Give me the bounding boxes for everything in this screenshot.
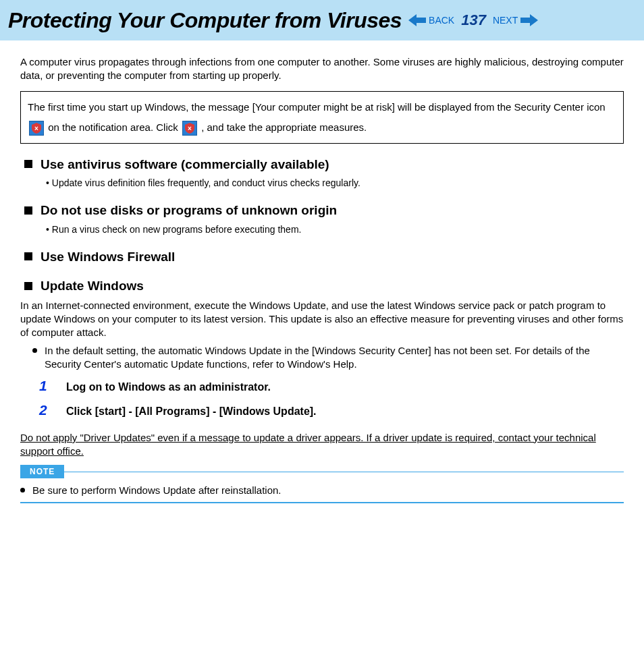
info-box: The first time you start up Windows, the…	[20, 91, 624, 144]
nav-group: BACK 137 NEXT	[408, 11, 538, 29]
section-heading-unknown-origin: Do not use disks or programs of unknown …	[24, 202, 624, 219]
note-header: NOTE	[20, 465, 624, 478]
security-shield-icon: ×	[182, 121, 197, 136]
note-divider	[64, 472, 624, 472]
antivirus-bullet: Update virus definition files frequently…	[46, 177, 624, 190]
next-arrow-icon[interactable]	[520, 14, 538, 26]
step-text: Click [start] - [All Programs] - [Window…	[66, 404, 317, 419]
note-end-divider	[20, 502, 624, 503]
square-bullet-icon	[24, 282, 32, 290]
back-button[interactable]: BACK	[429, 15, 454, 26]
note-badge: NOTE	[20, 465, 64, 478]
infobox-text-3: , and take the appropriate measures.	[201, 121, 367, 133]
step-1: 1 Log on to Windows as an administrator.	[39, 376, 624, 395]
intro-paragraph: A computer virus propagates through infe…	[20, 55, 624, 83]
heading-text: Use Windows Firewall	[41, 248, 175, 266]
content-area: A computer virus propagates through infe…	[0, 40, 644, 517]
square-bullet-icon	[24, 252, 32, 260]
note-body: Be sure to perform Windows Update after …	[20, 484, 624, 497]
square-bullet-icon	[24, 160, 32, 168]
infobox-text-2: on the notification area. Click	[48, 121, 181, 133]
section-heading-firewall: Use Windows Firewall	[24, 248, 624, 266]
heading-text: Update Windows	[41, 277, 144, 295]
page-title: Protecting Your Computer from Viruses	[8, 8, 402, 33]
update-windows-note: In the default setting, the automatic Wi…	[32, 344, 624, 372]
next-button[interactable]: NEXT	[493, 15, 518, 26]
section-heading-update-windows: Update Windows	[24, 277, 624, 295]
svg-marker-1	[520, 14, 538, 26]
unknown-origin-bullet: Run a virus check on new programs before…	[46, 223, 624, 236]
heading-text: Do not use disks or programs of unknown …	[41, 202, 337, 219]
step-text: Log on to Windows as an administrator.	[66, 380, 271, 395]
page-number: 137	[461, 11, 486, 29]
header-bar: Protecting Your Computer from Viruses BA…	[0, 0, 644, 40]
back-arrow-icon[interactable]	[408, 14, 426, 26]
update-windows-paragraph: In an Internet-connected environment, ex…	[20, 299, 624, 340]
svg-text:×: ×	[188, 125, 192, 132]
step-2: 2 Click [start] - [All Programs] - [Wind…	[39, 401, 624, 420]
section-heading-antivirus: Use antivirus software (commercially ava…	[24, 156, 624, 173]
driver-warning: Do not apply "Driver Updates" even if a …	[20, 431, 624, 459]
heading-text: Use antivirus software (commercially ava…	[41, 156, 329, 173]
svg-text:×: ×	[34, 125, 38, 132]
square-bullet-icon	[24, 206, 32, 215]
svg-marker-0	[408, 14, 426, 26]
infobox-text-1: The first time you start up Windows, the…	[28, 101, 606, 113]
step-number: 1	[39, 376, 66, 395]
step-number: 2	[39, 401, 66, 420]
security-shield-icon: ×	[29, 121, 44, 136]
